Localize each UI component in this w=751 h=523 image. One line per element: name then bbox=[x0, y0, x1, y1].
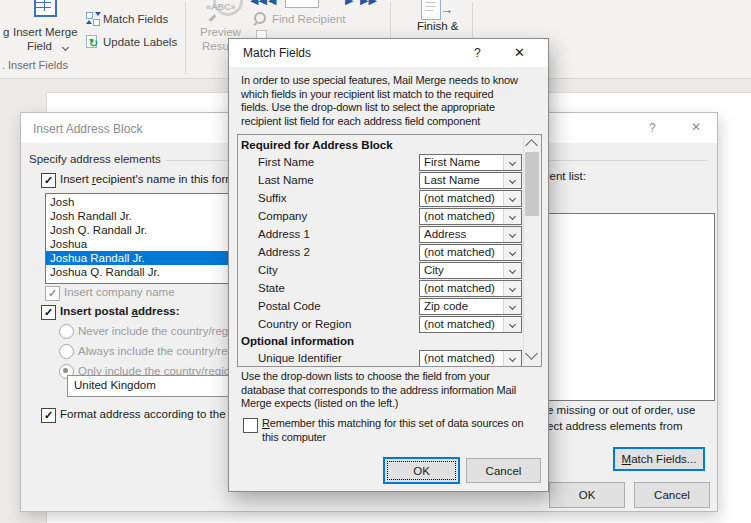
dialog-title: Match Fields bbox=[243, 46, 311, 60]
match-field-row: Suffix (not matched) bbox=[238, 189, 522, 207]
insert-fields-group-label: Insert Fields bbox=[8, 59, 68, 71]
always-include-radio bbox=[59, 344, 74, 359]
ok-button[interactable]: OK bbox=[549, 482, 625, 508]
field-label: State bbox=[258, 282, 419, 294]
country-region-dropdown[interactable]: (not matched) bbox=[419, 316, 522, 333]
required-section-header: Required for Address Block bbox=[238, 137, 541, 153]
dialog-titlebar: Match Fields ? ✕ bbox=[229, 39, 548, 67]
insert-name-label: Insert recipient's name in this form bbox=[60, 173, 235, 185]
scrollbar[interactable] bbox=[523, 135, 541, 364]
chevron-down-icon bbox=[503, 351, 521, 366]
match-fields-dialog: Match Fields ? ✕ In order to use special… bbox=[228, 38, 549, 492]
cancel-button[interactable]: Cancel bbox=[466, 458, 541, 483]
cancel-button[interactable]: Cancel bbox=[634, 482, 710, 508]
first-name-dropdown[interactable]: First Name bbox=[419, 154, 522, 171]
cancel-label: Cancel bbox=[486, 465, 522, 477]
specify-group-label: Specify address elements bbox=[29, 153, 166, 165]
chevron-down-icon bbox=[503, 227, 521, 242]
chevron-down-icon bbox=[503, 263, 521, 278]
insert-merge-field-label: Insert Merge bbox=[13, 26, 78, 38]
field-label: Address 2 bbox=[258, 246, 419, 258]
insert-company-checkbox: ✓ bbox=[45, 286, 60, 301]
address1-dropdown[interactable]: Address bbox=[419, 226, 522, 243]
help-button[interactable]: ? bbox=[474, 46, 481, 60]
finish-merge-button[interactable]: → Finish & bbox=[404, 0, 470, 34]
field-label: Postal Code bbox=[258, 300, 419, 312]
preview-caption-fragment: ient list: bbox=[547, 170, 586, 182]
chevron-down-icon bbox=[503, 317, 521, 332]
finish-merge-label: Finish & bbox=[417, 20, 459, 32]
cancel-label: Cancel bbox=[654, 489, 690, 501]
scroll-up-icon[interactable] bbox=[525, 139, 538, 152]
chevron-down-icon bbox=[503, 155, 521, 170]
field-match-pane: Required for Address Block First Name Fi… bbox=[237, 134, 542, 367]
company-dropdown[interactable]: (not matched) bbox=[419, 208, 522, 225]
dialog-title: Insert Address Block bbox=[33, 122, 142, 136]
update-labels-button[interactable]: ↻ Update Labels bbox=[84, 34, 184, 52]
last-name-dropdown[interactable]: Last Name bbox=[419, 172, 522, 189]
insert-postal-checkbox[interactable]: ✓ bbox=[41, 305, 56, 320]
match-field-row: Unique Identifier (not matched) bbox=[238, 349, 522, 367]
field-label: Country or Region bbox=[258, 318, 419, 330]
insert-company-label: Insert company name bbox=[64, 286, 175, 298]
close-button[interactable]: ✕ bbox=[691, 120, 701, 134]
match-field-row: City City bbox=[238, 261, 522, 279]
insert-name-checkbox[interactable]: ✓ bbox=[41, 173, 56, 188]
match-fields-icon bbox=[86, 12, 100, 26]
state-dropdown[interactable]: (not matched) bbox=[419, 280, 522, 297]
finish-arrow-icon: → bbox=[440, 3, 453, 16]
chevron-down-icon bbox=[503, 299, 521, 314]
footer-text: Use the drop-down lists to choose the fi… bbox=[241, 370, 541, 411]
match-field-row: Address 1 Address bbox=[238, 225, 522, 243]
never-include-radio bbox=[59, 324, 74, 339]
field-label: Last Name bbox=[258, 174, 419, 186]
last-record-icon[interactable]: ▶▶ bbox=[360, 0, 377, 7]
remember-checkbox[interactable] bbox=[243, 418, 258, 433]
previous-record-icon[interactable]: ◀ bbox=[268, 0, 276, 7]
suffix-dropdown[interactable]: (not matched) bbox=[419, 190, 522, 207]
close-button[interactable]: ✕ bbox=[514, 45, 525, 60]
correct-text-fragment: e missing or out of order, use bbox=[547, 404, 695, 416]
rules-button[interactable]: Rules bbox=[104, 0, 133, 2]
ok-label: OK bbox=[579, 489, 596, 501]
find-recipient-label: Find Recipient bbox=[272, 13, 346, 25]
insert-merge-field-button[interactable]: g Insert Merge Field bbox=[0, 0, 84, 60]
next-record-icon[interactable]: ▶ bbox=[345, 0, 353, 7]
insert-merge-field-icon bbox=[34, 0, 57, 17]
help-button[interactable]: ? bbox=[649, 121, 656, 135]
finish-merge-icon bbox=[421, 0, 441, 20]
preview-results-label2: Resu bbox=[202, 40, 229, 52]
remember-label: Remember this matching for this set of d… bbox=[262, 417, 542, 444]
format-address-checkbox[interactable]: ✓ bbox=[41, 408, 56, 423]
field-label: City bbox=[258, 264, 419, 276]
first-record-icon[interactable]: ◀◀ bbox=[250, 0, 267, 7]
match-fields-button[interactable]: Match Fields... bbox=[613, 447, 705, 471]
ribbon-separator bbox=[185, 2, 186, 74]
scroll-down-icon[interactable] bbox=[525, 347, 538, 360]
postal-code-dropdown[interactable]: Zip code bbox=[419, 298, 522, 315]
ok-button[interactable]: OK bbox=[384, 458, 459, 483]
unique-identifier-dropdown[interactable]: (not matched) bbox=[419, 350, 522, 367]
chevron-down-icon bbox=[503, 191, 521, 206]
preview-results-label: Preview bbox=[200, 26, 241, 38]
address2-dropdown[interactable]: (not matched) bbox=[419, 244, 522, 261]
chevron-down-icon bbox=[503, 209, 521, 224]
country-value: United Kingdom bbox=[74, 379, 156, 391]
format-address-label: Format address according to the d bbox=[60, 408, 235, 420]
ribbon-match-fields-button[interactable]: Match Fields bbox=[84, 11, 184, 29]
intro-text: In order to use special features, Mail M… bbox=[241, 74, 541, 128]
highlight-fragment: g bbox=[3, 26, 9, 38]
chevron-down-icon bbox=[62, 44, 69, 51]
chevron-down-icon bbox=[503, 245, 521, 260]
never-include-label: Never include the country/regio bbox=[78, 325, 237, 337]
city-dropdown[interactable]: City bbox=[419, 262, 522, 279]
field-label: Company bbox=[258, 210, 419, 222]
field-label: Address 1 bbox=[258, 228, 419, 240]
update-labels-icon: ↻ bbox=[86, 35, 100, 50]
chevron-down-icon bbox=[503, 173, 521, 188]
scrollbar-thumb[interactable] bbox=[525, 152, 539, 216]
correct-text-fragment2: ect address elements from bbox=[547, 420, 683, 432]
insert-merge-field-label2: Field bbox=[27, 40, 52, 52]
ok-label: OK bbox=[413, 465, 430, 477]
record-number-input[interactable] bbox=[285, 0, 319, 8]
